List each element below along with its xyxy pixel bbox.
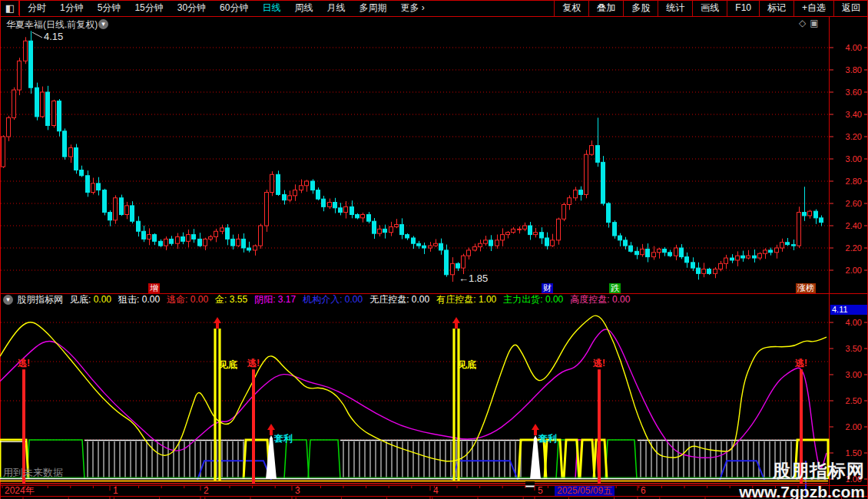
candle [277,174,280,194]
toolbar-action-叠加[interactable]: 叠加 [588,0,623,16]
toolbar-action-复权[interactable]: 复权 [554,0,588,16]
candle [259,226,263,246]
candle [506,233,510,235]
candle [691,263,695,268]
candle [562,204,566,219]
indicator-field-value: 0.00 [345,294,363,305]
period-tab-15分钟[interactable]: 15分钟 [128,0,170,16]
candle [114,198,118,220]
candle [125,206,129,215]
window-split-icon[interactable]: ◧ [2,1,19,15]
candle [69,148,73,157]
price-tick-label: 2.80 [846,177,862,186]
candle [574,190,578,198]
period-tab-分时[interactable]: 分时 [21,0,53,16]
toolbar-action-标记[interactable]: 标记 [759,0,793,16]
candle [265,193,269,226]
market-tag-涨榜[interactable]: 涨榜 [796,283,816,293]
candle [523,226,527,229]
indicator-field: 见底: 0.00 [70,294,111,305]
price-tick-label: 2.40 [846,221,862,230]
candle [724,258,728,263]
period-tab-60分钟[interactable]: 60分钟 [213,0,255,16]
market-tag-增[interactable]: 增 [148,283,160,293]
candle [792,245,796,246]
price-axis: 4.003.803.603.403.203.002.802.602.402.20… [830,17,868,293]
candle [288,196,292,200]
candle [198,239,202,246]
toolbar: ◧ 分时1分钟5分钟15分钟30分钟60分钟日线周线月线多周期更多 › 复权叠加… [0,0,868,16]
candle [209,237,213,240]
candle [333,203,337,208]
market-tag-跌[interactable]: 跌 [609,283,621,293]
candle [181,237,185,242]
period-tab-更多[interactable]: 更多 › [393,0,431,16]
candle [780,243,784,248]
price-tick-label: 3.40 [846,110,862,119]
indicator-tick-label: 4.00 [846,318,862,327]
chevron-down-icon[interactable]: ▾ [3,295,13,305]
candle [719,263,723,269]
toolbar-action-画线[interactable]: 画线 [692,0,727,16]
period-tab-日线[interactable]: 日线 [255,0,287,16]
layout-square-icon[interactable]: ▣ [810,18,822,28]
candle [714,269,717,274]
candle [473,247,477,250]
candle [108,213,112,220]
date-highlight: 2025/05/09五 [555,486,615,496]
period-tab-周线[interactable]: 周线 [287,0,320,16]
chart-canvas[interactable]: 4.15←1.85逃!逃!逃!逃!见底见底套利套利 [0,0,868,499]
candle [322,199,326,207]
candle [192,235,196,240]
toolbar-action-F10[interactable]: F10 [727,0,759,16]
candle [350,207,354,214]
watermark-name: 股朋指标网 [739,459,865,483]
indicator-field: 阴阳: 3.17 [254,294,296,305]
yellow-step [545,440,562,479]
toolbar-action-返回[interactable]: 返回 [833,0,868,16]
period-tab-1分钟[interactable]: 1分钟 [53,0,91,16]
period-tab-5分钟[interactable]: 5分钟 [91,0,128,16]
indicator-header: ▾ 股朋指标网见底: 0.00狙击: 0.00逃命: 0.00金: 3.55阴阳… [0,294,828,305]
candle [242,239,246,248]
candle [451,263,455,275]
corner-icons[interactable]: ◇▣ [799,18,823,28]
candle [7,117,11,137]
candle [247,248,251,250]
chart-line [32,32,42,38]
date-label: 2 [204,486,209,496]
date-label: 6 [641,486,646,496]
indicator-field-label: 高度控盘: [570,294,612,305]
yellow-line [0,316,827,461]
candle [142,231,146,239]
toolbar-action-多股[interactable]: 多股 [623,0,658,16]
candle [769,250,773,253]
candle [75,148,78,170]
indicator-field: 机构介入: 0.00 [303,294,363,305]
candle [747,256,750,258]
indicator-field-label: 见底: [70,294,94,305]
candle [680,248,684,257]
market-tag-财[interactable]: 财 [542,283,553,293]
price-tick-label: 3.80 [846,65,862,74]
toolbar-action-+自选[interactable]: +自选 [793,0,833,16]
candle [159,241,163,246]
period-tab-多周期[interactable]: 多周期 [352,0,393,16]
sell-signal-label: 逃! [17,358,30,368]
chevron-down-icon[interactable]: ▾ [98,19,108,29]
price-tick-label: 3.20 [846,132,862,141]
candle [484,240,488,243]
period-tab-月线[interactable]: 月线 [320,0,352,16]
chart-title[interactable]: 华夏幸福(日线.前复权) [6,18,98,31]
candle [652,253,656,257]
candle [495,240,499,246]
date-axis: 2024年1234562025/05/09五 [0,486,828,496]
candle [63,131,67,157]
diamond-icon[interactable]: ◇ [799,18,810,28]
candle [557,219,561,240]
toolbar-action-统计[interactable]: 统计 [658,0,692,16]
indicator-field-label: 有庄控盘: [436,294,479,305]
candle [764,250,767,253]
period-tab-30分钟[interactable]: 30分钟 [171,0,213,16]
candle [137,221,141,231]
